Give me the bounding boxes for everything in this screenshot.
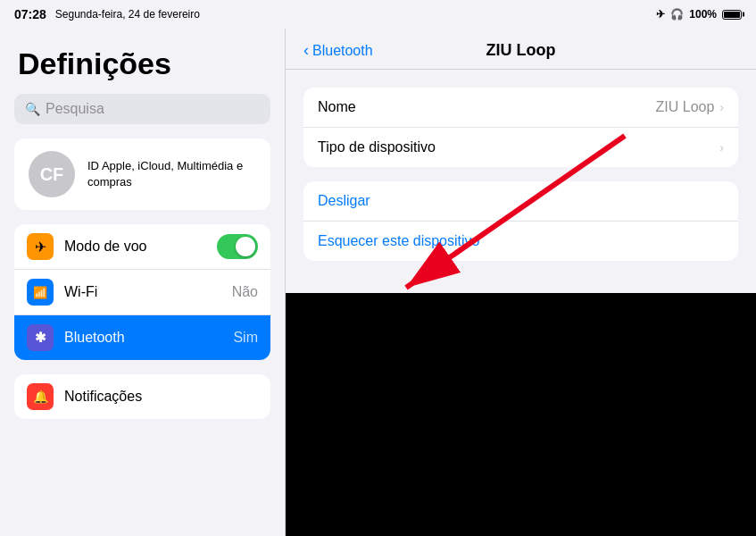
settings-row-airplane[interactable]: ✈ Modo de voo — [14, 224, 270, 270]
settings-group-notifications: 🔔 Notificações — [14, 374, 270, 419]
detail-value-name: ZIU Loop — [656, 99, 715, 115]
detail-group-actions: Desligar Esquecer este dispositivo — [303, 181, 738, 261]
wifi-row-icon: 📶 — [27, 279, 54, 306]
main-layout: Definições 🔍 Pesquisa CF ID Apple, iClou… — [0, 29, 756, 536]
status-bar: 07:28 Segunda-feira, 24 de fevereiro ✈ 🎧… — [0, 0, 756, 29]
airplane-row-icon: ✈ — [27, 233, 54, 260]
detail-group-info: Nome ZIU Loop › Tipo de dispositivo › — [303, 88, 738, 167]
settings-row-wifi[interactable]: 📶 Wi-Fi Não — [14, 270, 270, 315]
detail-content: Nome ZIU Loop › Tipo de dispositivo › De… — [286, 70, 756, 293]
action-label-disconnect: Desligar — [318, 193, 370, 208]
detail-row-device-type[interactable]: Tipo de dispositivo › — [303, 128, 738, 167]
row-label-notifications: Notificações — [64, 389, 258, 405]
settings-row-bluetooth[interactable]: ✱ Bluetooth Sim — [14, 315, 270, 360]
settings-group-connectivity: ✈ Modo de voo 📶 Wi-Fi Não ✱ Bluetooth Si… — [14, 224, 270, 360]
battery-icon — [722, 10, 742, 20]
settings-title: Definições — [14, 46, 270, 81]
battery-percent: 100% — [689, 8, 717, 21]
search-bar[interactable]: 🔍 Pesquisa — [14, 94, 270, 124]
action-row-disconnect[interactable]: Desligar — [303, 181, 738, 222]
chevron-device-icon: › — [719, 140, 724, 155]
chevron-name-icon: › — [719, 100, 724, 114]
back-chevron-icon: ‹ — [303, 41, 309, 60]
detail-row-name[interactable]: Nome ZIU Loop › — [303, 88, 738, 128]
row-value-wifi: Não — [232, 284, 258, 300]
status-right: ✈ 🎧 100% — [656, 8, 742, 21]
notifications-row-icon: 🔔 — [27, 383, 54, 410]
profile-description: ID Apple, iCloud, Multimédia e compras — [87, 158, 256, 190]
status-date: Segunda-feira, 24 de fevereiro — [55, 8, 200, 21]
settings-row-notifications[interactable]: 🔔 Notificações — [14, 374, 270, 419]
detail-label-device-type: Tipo de dispositivo — [318, 139, 719, 155]
bluetooth-symbol: ✱ — [35, 330, 46, 346]
row-value-bluetooth: Sim — [233, 330, 258, 346]
detail-label-name: Nome — [318, 99, 656, 115]
bluetooth-row-icon: ✱ — [27, 324, 54, 351]
action-row-forget[interactable]: Esquecer este dispositivo — [303, 222, 738, 261]
notifications-symbol: 🔔 — [33, 389, 48, 404]
row-label-bluetooth: Bluetooth — [64, 330, 233, 346]
nav-header: ‹ Bluetooth ZIU Loop — [286, 29, 756, 70]
airplane-icon: ✈ — [656, 8, 665, 21]
action-label-forget: Esquecer este dispositivo — [318, 233, 479, 248]
right-panel-wrapper: ‹ Bluetooth ZIU Loop Nome ZIU Loop › Tip… — [286, 29, 756, 536]
row-label-airplane: Modo de voo — [64, 239, 217, 255]
wifi-symbol: 📶 — [33, 286, 47, 299]
status-left: 07:28 Segunda-feira, 24 de fevereiro — [14, 7, 200, 21]
airplane-symbol: ✈ — [35, 239, 46, 255]
nav-title: ZIU Loop — [486, 41, 556, 60]
row-label-wifi: Wi-Fi — [64, 284, 232, 300]
right-panel: ‹ Bluetooth ZIU Loop Nome ZIU Loop › Tip… — [286, 29, 756, 293]
status-time: 07:28 — [14, 7, 46, 21]
search-icon: 🔍 — [25, 102, 40, 116]
headphones-icon: 🎧 — [670, 8, 684, 21]
avatar: CF — [29, 151, 75, 197]
profile-card[interactable]: CF ID Apple, iCloud, Multimédia e compra… — [14, 138, 270, 210]
left-panel: Definições 🔍 Pesquisa CF ID Apple, iClou… — [0, 29, 286, 536]
back-button[interactable]: ‹ Bluetooth — [303, 42, 373, 60]
search-placeholder: Pesquisa — [46, 101, 104, 117]
back-label: Bluetooth — [312, 43, 373, 59]
airplane-toggle[interactable] — [217, 234, 258, 259]
